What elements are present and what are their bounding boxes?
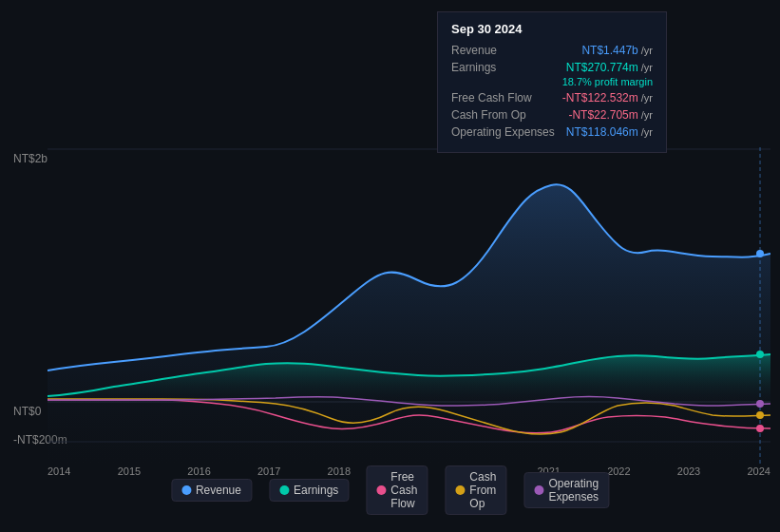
x-label-2014: 2014 (48, 466, 70, 477)
chart-svg (48, 147, 770, 466)
legend-revenue[interactable]: Revenue (171, 479, 252, 502)
x-label-2023: 2023 (677, 466, 700, 477)
legend-opex[interactable]: Operating Expenses (523, 472, 609, 508)
tooltip-fcf-label: Free Cash Flow (451, 91, 532, 104)
legend-revenue-label: Revenue (196, 484, 241, 497)
tooltip-date: Sep 30 2024 (451, 22, 653, 36)
tooltip-revenue-value: NT$1.447b/yr (581, 44, 653, 57)
tooltip-profit-margin: 18.7% profit margin (451, 76, 653, 87)
tooltip-earnings-value: NT$270.774m/yr (566, 61, 653, 74)
tooltip-opex-value: NT$118.046m/yr (566, 125, 653, 139)
chart-container: Sep 30 2024 Revenue NT$1.447b/yr Earning… (0, 0, 780, 532)
x-label-2024: 2024 (747, 466, 770, 477)
tooltip: Sep 30 2024 Revenue NT$1.447b/yr Earning… (437, 11, 667, 153)
legend: Revenue Earnings Free Cash Flow Cash Fro… (171, 466, 609, 515)
tooltip-fcf-row: Free Cash Flow -NT$122.532m/yr (451, 91, 653, 104)
tooltip-cashop-row: Cash From Op -NT$22.705m/yr (451, 108, 653, 122)
svg-point-4 (756, 250, 764, 257)
y-label-top: NT$2b (13, 152, 48, 165)
y-label-zero: NT$0 (13, 405, 41, 418)
svg-point-7 (756, 411, 764, 419)
legend-cashop[interactable]: Cash From Op (445, 466, 506, 515)
legend-opex-dot (534, 485, 543, 495)
tooltip-revenue-row: Revenue NT$1.447b/yr (451, 44, 653, 57)
legend-revenue-dot (181, 485, 191, 495)
tooltip-earnings-row: Earnings NT$270.774m/yr (451, 61, 653, 74)
tooltip-cashop-value: -NT$22.705m/yr (568, 108, 653, 122)
legend-cashop-label: Cash From Op (469, 470, 496, 510)
legend-opex-label: Operating Expenses (548, 477, 599, 504)
legend-fcf-label: Free Cash Flow (390, 470, 417, 510)
svg-point-6 (756, 425, 764, 432)
x-label-2015: 2015 (118, 466, 141, 477)
legend-fcf-dot (376, 485, 386, 495)
tooltip-opex-row: Operating Expenses NT$118.046m/yr (451, 125, 653, 139)
svg-point-8 (756, 400, 764, 408)
legend-cashop-dot (455, 485, 465, 495)
tooltip-revenue-label: Revenue (451, 44, 497, 57)
tooltip-earnings-label: Earnings (451, 61, 496, 74)
x-label-2022: 2022 (607, 466, 630, 477)
legend-fcf[interactable]: Free Cash Flow (366, 466, 428, 515)
legend-earnings-dot (279, 485, 289, 495)
svg-point-5 (756, 351, 764, 358)
tooltip-fcf-value: -NT$122.532m/yr (562, 91, 653, 104)
tooltip-opex-label: Operating Expenses (451, 125, 555, 139)
legend-earnings-label: Earnings (294, 484, 338, 497)
tooltip-cashop-label: Cash From Op (451, 108, 526, 122)
legend-earnings[interactable]: Earnings (269, 479, 349, 502)
